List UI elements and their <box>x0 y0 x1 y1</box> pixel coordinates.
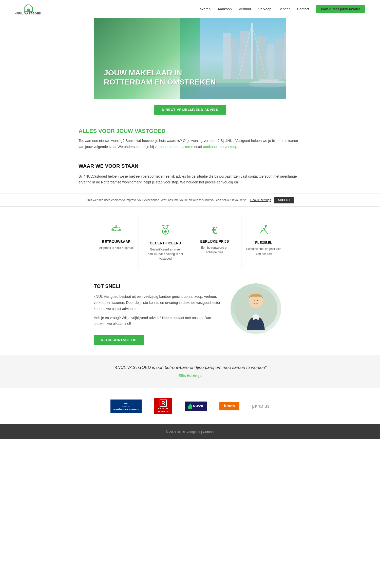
svg-rect-9 <box>257 36 266 79</box>
partner-nwwi: NWWI <box>185 402 206 411</box>
tot-snel-inner: TOT SNEL! 4NUL Vastgoed bestaat uit een … <box>79 283 301 345</box>
link-verhuur[interactable]: verhuur <box>155 145 167 149</box>
pararius-text: pararius <box>252 404 270 409</box>
partner-funda: funda <box>219 402 240 410</box>
footer-contact-link[interactable]: Contact <box>203 430 214 434</box>
feature-title-gecertificeerd: Gecertificeerd <box>147 241 184 245</box>
nav-aankoop[interactable]: Aankoop <box>218 7 232 11</box>
svg-rect-33 <box>188 406 189 409</box>
nav-cta-button[interactable]: Plan direct jouw taxatie <box>316 5 365 13</box>
svg-point-28 <box>254 300 255 301</box>
nav-verhuur[interactable]: Verhuur <box>239 7 251 11</box>
link-aankoop[interactable]: aankoop <box>203 145 217 149</box>
svg-rect-5 <box>223 33 231 79</box>
direct-btn-section: DIRECT VRIJBLIJVEND ADVIES <box>0 99 380 120</box>
feature-desc-gecertificeerd: Gecertificeerd en meer dan 10 jaar ervar… <box>147 247 184 261</box>
hero-title-line2: ROTTERDAM EN OMSTREKEN <box>104 77 216 87</box>
svg-marker-22 <box>163 230 167 234</box>
hero-overlay <box>94 18 200 99</box>
footer-text: © 2021 4NUL Vastgoed | <box>166 430 203 434</box>
waar-body: Bij 4NULVastgoed helpen we je met een pe… <box>79 174 301 186</box>
cookie-settings-link[interactable]: Cookie settings <box>250 198 271 202</box>
svg-rect-34 <box>189 405 190 409</box>
euro-icon: € <box>196 224 233 236</box>
nwwi-text: NWWI <box>193 404 203 408</box>
svg-rect-35 <box>190 404 191 409</box>
logo-text: 4NUL VASTGOED <box>15 12 42 15</box>
partner-vbo: VBO Vereniging van makelaars en taxateur… <box>110 400 142 413</box>
partner-pararius: pararius <box>252 404 270 409</box>
svg-rect-13 <box>251 23 253 79</box>
feature-card-prijs: € EERLIJKE PRIJS Een betrouwbare en sche… <box>192 217 237 268</box>
features-grid: Betrouwbaar Afspraak is altijd afspraak … <box>79 217 301 268</box>
features-section: Betrouwbaar Afspraak is altijd afspraak … <box>0 207 380 276</box>
feature-desc-betrouwbaar: Afspraak is altijd afspraak <box>98 246 135 250</box>
tot-snel-right <box>231 283 286 334</box>
tot-snel-title: TOT SNEL! <box>94 283 220 289</box>
tot-snel-text1: 4NUL Vastgoed bestaat uit een veelzijdig… <box>94 294 220 312</box>
nav-beheer[interactable]: Beheer <box>278 7 290 11</box>
nav-taxeren[interactable]: Taxeren <box>198 7 211 11</box>
testimonial-section: "4NUL VASTGOED is een betrouwbare en fij… <box>0 355 380 388</box>
alles-body: Toe aan een nieuwe woning? Benieuwd hoev… <box>79 138 301 150</box>
feature-desc-prijs: Een betrouwbare en scherpe prijs <box>196 245 233 255</box>
nav-links: Taxeren Aankoop Verhuur Verkoop Beheer C… <box>198 5 365 13</box>
logo[interactable]: 4NUL VASTGOED <box>15 3 42 15</box>
svg-text:Vereniging van: Vereniging van <box>122 406 130 407</box>
contact-button[interactable]: NEEM CONTACT OP <box>94 335 144 345</box>
hero-section: JOUW MAKELAAR IN ROTTERDAM EN OMSTREKEN <box>94 18 286 99</box>
direct-advies-button[interactable]: DIRECT VRIJBLIJVEND ADVIES <box>154 105 226 115</box>
partner-register-taxateur: R REGISTERTAXATEUR <box>154 398 172 414</box>
tot-snel-section: TOT SNEL! 4NUL Vastgoed bestaat uit een … <box>0 276 380 355</box>
nav-contact[interactable]: Contact <box>297 7 309 11</box>
register-r-icon: R <box>160 400 167 407</box>
main-nav: 4NUL VASTGOED Taxeren Aankoop Verhuur Ve… <box>0 0 380 18</box>
register-text: REGISTERTAXATEUR <box>156 407 170 413</box>
person-avatar <box>231 283 281 334</box>
vbo-icon: VBO Vereniging van <box>122 402 130 408</box>
partners-section: VBO Vereniging van makelaars en taxateur… <box>0 388 380 424</box>
vbo-text: makelaars en taxateurs <box>113 408 139 411</box>
link-beheer[interactable]: beheer <box>168 145 179 149</box>
svg-rect-7 <box>240 31 250 79</box>
svg-rect-36 <box>191 405 192 409</box>
link-verkoop[interactable]: verkoop <box>225 145 237 149</box>
feature-title-flexibel: FLEXIBEL <box>245 241 282 245</box>
cookie-accept-button[interactable]: ACCEPT <box>274 197 294 203</box>
cookie-bar: This website uses cookies to improve you… <box>0 194 380 207</box>
nav-verkoop[interactable]: Verkoop <box>258 7 271 11</box>
person-silhouette <box>234 287 277 330</box>
feature-title-betrouwbaar: Betrouwbaar <box>98 240 135 244</box>
svg-rect-12 <box>284 33 286 79</box>
feature-desc-flexibel: Schakelt snel en past zich aan jou aan <box>245 247 282 256</box>
feature-card-betrouwbaar: Betrouwbaar Afspraak is altijd afspraak <box>94 217 139 268</box>
svg-rect-10 <box>268 44 274 79</box>
waar-section: WAAR WE VOOR STAAN Bij 4NULVastgoed help… <box>79 158 301 194</box>
tot-snel-left: TOT SNEL! 4NUL Vastgoed bestaat uit een … <box>94 283 220 345</box>
feature-card-flexibel: FLEXIBEL Schakelt snel en past zich aan … <box>241 217 286 268</box>
nwwi-bars-icon <box>188 404 192 409</box>
testimonial-text: "4NUL VASTGOED is een betrouwbare en fij… <box>15 365 365 370</box>
medal-icon <box>147 224 184 238</box>
running-icon <box>245 224 282 238</box>
alles-title: ALLES VOOR JOUW VASTGOED <box>79 128 301 134</box>
handshake-icon <box>98 224 135 237</box>
svg-text:VBO: VBO <box>124 403 128 404</box>
cookie-text: This website uses cookies to improve you… <box>86 198 247 202</box>
feature-title-prijs: EERLIJKE PRIJS <box>196 239 233 243</box>
funda-text: funda <box>224 404 235 408</box>
svg-point-29 <box>257 300 258 301</box>
waar-title: WAAR WE VOOR STAAN <box>79 163 301 169</box>
alles-en: en <box>220 145 224 149</box>
feature-card-gecertificeerd: Gecertificeerd Gecertificeerd en meer da… <box>143 217 188 268</box>
testimonial-author: Ellis Huizinga <box>15 374 365 378</box>
svg-point-20 <box>115 225 117 227</box>
link-taxeren[interactable]: taxeren <box>181 145 193 149</box>
logo-icon <box>23 3 33 12</box>
svg-rect-1 <box>27 9 30 12</box>
alles-section: ALLES VOOR JOUW VASTGOED Toe aan een nie… <box>79 120 301 158</box>
hero-title-line1: JOUW MAKELAAR IN <box>104 68 216 77</box>
hero-text: JOUW MAKELAAR IN ROTTERDAM EN OMSTREKEN <box>104 68 216 87</box>
svg-rect-11 <box>275 38 283 79</box>
tot-snel-text2: Heb je en vraag? Wil je vrijblijvend adv… <box>94 315 220 327</box>
